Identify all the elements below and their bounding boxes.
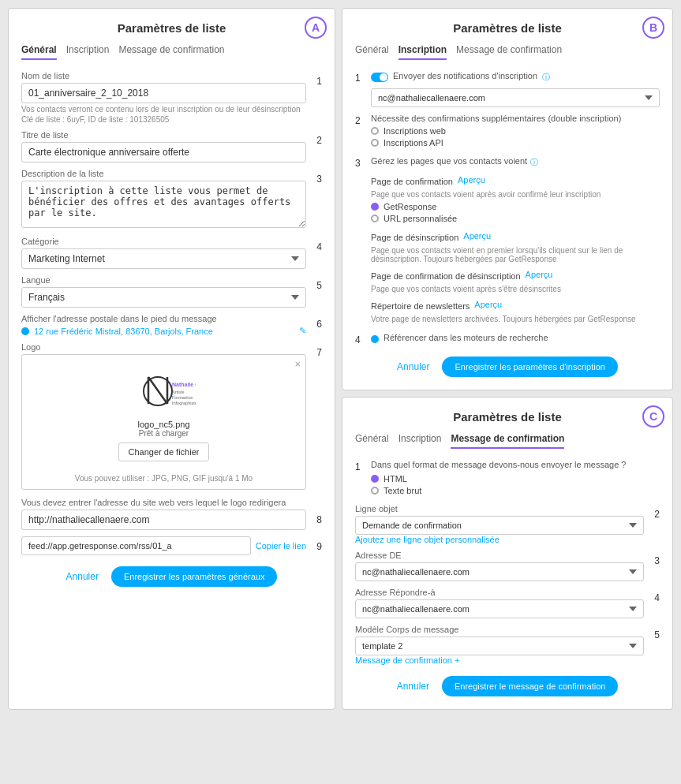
- logo-image-area: Nathalie CALLENAERE Artiste Formatrice I…: [28, 361, 299, 469]
- select-adresse-repondre[interactable]: nc@nathaliecallenaere.com: [355, 599, 644, 618]
- svg-text:Infographiste: Infographiste: [172, 401, 196, 405]
- cancel-button-b[interactable]: Annuler: [397, 361, 429, 372]
- save-button-c[interactable]: Enregistrer le message de confirmation: [442, 676, 618, 696]
- input-nom-liste[interactable]: [21, 83, 306, 103]
- repertoire-section: Répertoire de newsletters Aperçu Votre p…: [371, 297, 660, 323]
- add-custom-line-link[interactable]: Ajoutez une ligne objet personnalisée: [355, 535, 660, 544]
- svg-text:Artiste: Artiste: [172, 390, 185, 394]
- panel-c-badge: C: [642, 405, 664, 427]
- num-2: 2: [311, 130, 322, 146]
- panel-b-btn-row: Annuler Enregistrer les paramètres d'ins…: [355, 357, 660, 377]
- info-icon-pages[interactable]: ⓘ: [530, 157, 538, 168]
- svg-text:Nathalie CALLENAERE: Nathalie CALLENAERE: [172, 382, 196, 387]
- copy-link-btn[interactable]: Copier le lien: [256, 541, 306, 551]
- field-logo: Logo × Nathalie CALLENAERE: [21, 342, 322, 490]
- label-confirmation-desinscrip: Page de confirmation de désinscription: [371, 271, 521, 281]
- num-c-2: 2: [649, 504, 660, 520]
- num-1: 1: [311, 71, 322, 87]
- tab-general-b[interactable]: Général: [355, 44, 389, 60]
- field-rss: Copier le lien 9: [21, 536, 322, 555]
- message-confirmation-link[interactable]: Message de confirmation +: [355, 655, 660, 665]
- field-titre-liste: Titre de liste 2: [21, 130, 322, 162]
- change-file-button[interactable]: Changer de fichier: [118, 442, 210, 461]
- tab-inscription-b[interactable]: Inscription: [398, 44, 447, 60]
- select-categorie[interactable]: Marketing Internet: [21, 248, 306, 269]
- select-adresse-de[interactable]: nc@nathaliecallenaere.com: [355, 562, 644, 581]
- radio-html-dot[interactable]: [371, 475, 379, 483]
- toggle-moteurs[interactable]: [371, 335, 379, 343]
- tab-inscription-a[interactable]: Inscription: [66, 44, 110, 60]
- logo-box: × Nathalie CALLENAERE Artiste F: [21, 354, 306, 490]
- field-ligne-objet: Ligne objet Demande de confirmation 2: [355, 504, 660, 535]
- apercu-confirmation-link[interactable]: Aperçu: [458, 175, 485, 185]
- label-confirmation-page: Page de confirmation: [371, 177, 453, 186]
- radio-url-perso-dot[interactable]: [371, 215, 379, 222]
- label-notifications: Envoyer des notifications d'inscription: [393, 71, 537, 80]
- field-langue: Langue Français 5: [21, 275, 322, 308]
- repertoire-row: Répertoire de newsletters Aperçu: [371, 297, 660, 312]
- rss-row: Copier le lien: [21, 536, 306, 555]
- radio-url-perso-label: URL personnalisée: [384, 214, 457, 223]
- cancel-button-c[interactable]: Annuler: [397, 681, 429, 692]
- radio-getresponse-dot[interactable]: [371, 203, 379, 211]
- label-description-liste: Description de la liste: [21, 169, 306, 178]
- field-site-web-wrapper: Vous devez entrer l'adresse du site web …: [21, 498, 322, 530]
- radio-api-dot[interactable]: [371, 139, 379, 147]
- label-repertoire: Répertoire de newsletters: [371, 301, 470, 311]
- notify-row: Envoyer des notifications d'inscription …: [371, 71, 660, 84]
- radio-web-label: Inscriptions web: [384, 126, 446, 136]
- tab-inscription-c[interactable]: Inscription: [398, 433, 442, 449]
- label-titre-liste: Titre de liste: [21, 130, 306, 140]
- label-site-web: Vous devez entrer l'adresse du site web …: [21, 498, 322, 507]
- save-button-b[interactable]: Enregistrer les paramètres d'inscription: [442, 357, 617, 377]
- apercu-desinscription-link[interactable]: Aperçu: [463, 231, 491, 241]
- close-logo-icon[interactable]: ×: [294, 358, 301, 370]
- moteurs-row: Référencer dans les moteurs de recherche: [371, 333, 660, 345]
- radio-texte-brut-label: Texte brut: [384, 486, 421, 495]
- save-button-a[interactable]: Enregistrer les paramètres généraux: [111, 566, 278, 587]
- desinscription-page-section: Page de désinscription Aperçu Page que v…: [371, 228, 660, 263]
- confirmation-page-section: Page de confirmation Aperçu Page que vos…: [371, 172, 660, 223]
- section-num-c-1: 1: [355, 460, 366, 472]
- panel-a-badge: A: [305, 17, 327, 39]
- radio-html-label: HTML: [384, 474, 407, 483]
- panel-b: Paramètres de liste B Général Inscriptio…: [342, 8, 673, 390]
- panel-b-title: Paramètres de liste: [355, 21, 660, 35]
- cancel-button-a[interactable]: Annuler: [66, 571, 99, 582]
- section-b-2: 2 Nécessite des confirmations supplément…: [355, 114, 660, 150]
- address-row: 12 rue Frédéric Mistral, 83670, Barjols,…: [21, 326, 306, 336]
- num-9: 9: [311, 536, 322, 552]
- select-langue[interactable]: Français: [21, 287, 306, 308]
- tab-message-a[interactable]: Message de confirmation: [118, 44, 224, 60]
- edit-address-icon[interactable]: ✎: [299, 326, 306, 336]
- input-titre-liste[interactable]: [21, 142, 306, 162]
- tab-message-b[interactable]: Message de confirmation: [456, 44, 562, 60]
- tab-message-c[interactable]: Message de confirmation: [451, 433, 564, 449]
- input-site-web[interactable]: [21, 510, 306, 530]
- tab-general-a[interactable]: Général: [21, 44, 57, 60]
- field-adresse-repondre: Adresse Répondre-à nc@nathaliecallenaere…: [355, 588, 660, 618]
- radio-texte-brut-dot[interactable]: [371, 487, 379, 495]
- svg-line-2: [148, 377, 167, 404]
- select-ligne-objet[interactable]: Demande de confirmation: [355, 516, 644, 535]
- radio-web-dot[interactable]: [371, 127, 379, 135]
- num-3: 3: [311, 169, 322, 185]
- select-email-b1[interactable]: nc@nathaliecallenaere.com: [371, 88, 660, 107]
- label-desinscription-page: Page de désinscription: [371, 233, 458, 242]
- sublabel-confirmation-desinscrip: Page que vos contacts voient après s'êtr…: [371, 285, 660, 293]
- input-rss[interactable]: [21, 536, 251, 555]
- info-icon-notifications[interactable]: ⓘ: [542, 72, 550, 83]
- tab-general-c[interactable]: Général: [355, 433, 389, 449]
- confirmation-desinscrip-row: Page de confirmation de désinscription A…: [371, 267, 660, 282]
- logo-hint: Vous pouvez utiliser : JPG, PNG, GIF jus…: [28, 474, 299, 483]
- apercu-repertoire-link[interactable]: Aperçu: [474, 300, 502, 309]
- textarea-description-liste[interactable]: [21, 181, 306, 228]
- svg-text:Formatrice: Formatrice: [172, 395, 193, 400]
- apercu-conf-desinscrip-link[interactable]: Aperçu: [526, 270, 553, 279]
- select-modele-corps[interactable]: template 2: [355, 637, 644, 655]
- panel-a-btn-row: Annuler Enregistrer les paramètres génér…: [21, 566, 322, 587]
- section-content-b-3: Gérez les pages que vos contacts voient …: [371, 156, 660, 327]
- toggle-address[interactable]: [21, 327, 29, 335]
- format-question: Dans quel format de message devons-nous …: [371, 460, 660, 469]
- toggle-notifications[interactable]: [371, 73, 388, 82]
